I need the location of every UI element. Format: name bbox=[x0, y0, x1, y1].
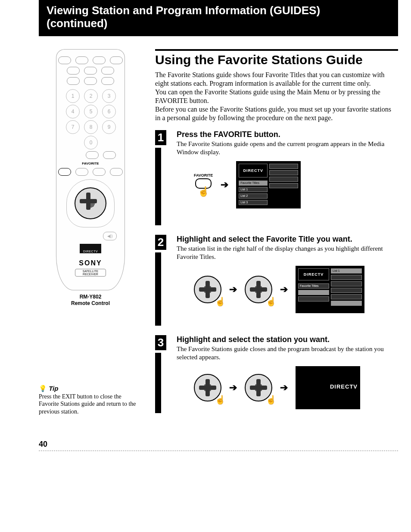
step-desc: The Favorite Stations guide closes and t… bbox=[177, 345, 398, 361]
screen-row bbox=[298, 290, 329, 295]
arrow-right-icon: ➔ bbox=[229, 382, 237, 393]
remote-jump-row bbox=[56, 151, 116, 159]
arrow-right-icon: ➔ bbox=[280, 382, 288, 393]
favorite-label: FAVORITE bbox=[82, 162, 99, 165]
num-3: 3 bbox=[102, 89, 116, 103]
screen-row: List 1 bbox=[331, 268, 362, 274]
remote-mute-btn: ◀)) bbox=[103, 232, 117, 240]
remote-dpad-area bbox=[66, 179, 115, 227]
step-desc: The station list in the right half of th… bbox=[177, 245, 398, 261]
remote-btn bbox=[67, 77, 80, 85]
screen-row bbox=[269, 164, 298, 169]
dpad-select-icon: ☝ bbox=[245, 276, 272, 303]
screen-row: List 3 bbox=[239, 200, 268, 205]
hand-icon: ☝ bbox=[266, 296, 277, 307]
step-desc: The Favorite Stations guide opens and th… bbox=[177, 140, 398, 156]
hand-icon: ☝ bbox=[215, 296, 226, 307]
remote-btn bbox=[67, 67, 80, 75]
remote-sat-receiver-label: SATELLITE RECEIVER bbox=[75, 269, 106, 277]
screen-logo: DIRECTV bbox=[239, 164, 268, 177]
hand-icon: ☝ bbox=[215, 395, 226, 405]
remote-top-row bbox=[56, 67, 125, 75]
screen-row bbox=[269, 177, 298, 182]
screen-row bbox=[298, 296, 329, 302]
num-4: 4 bbox=[66, 105, 80, 118]
remote-btn bbox=[75, 168, 88, 176]
num-5: 5 bbox=[84, 105, 98, 118]
screen-logo: DIRECTV bbox=[330, 383, 358, 390]
lightbulb-icon: 💡 bbox=[39, 385, 47, 392]
screen-row bbox=[331, 294, 362, 299]
remote-model: RM-Y802 bbox=[54, 294, 127, 301]
num-0: 0 bbox=[84, 136, 98, 149]
remote-btn bbox=[110, 168, 123, 176]
step-3: 3 Highlight and select the station you w… bbox=[155, 335, 398, 413]
hand-press-icon: ☝ bbox=[198, 187, 209, 196]
screen-logo: DIRECTV bbox=[298, 268, 329, 280]
remote-caption: RM-Y802 Remote Control bbox=[54, 294, 127, 307]
num-7: 7 bbox=[66, 120, 80, 134]
num-6: 6 bbox=[102, 105, 116, 118]
tv-screen-step2: DIRECTV Favorite Titles List 1 bbox=[296, 266, 364, 313]
remote-sony-label: SONY bbox=[56, 259, 125, 267]
tip-box: 💡 Tip Press the EXIT button to close the… bbox=[39, 385, 142, 415]
intro-text: The Favorite Stations guide shows four F… bbox=[155, 71, 398, 122]
step-bar bbox=[155, 353, 161, 413]
remote-btn bbox=[93, 168, 106, 176]
remote-favorite-btn bbox=[58, 168, 71, 176]
screen-row bbox=[331, 275, 362, 280]
section-heading: Using the Favorite Stations Guide bbox=[155, 53, 398, 67]
screen-row: List 2 bbox=[239, 193, 268, 199]
screen-row: List 1 bbox=[239, 187, 268, 192]
step-number: 3 bbox=[155, 335, 166, 350]
step-1-illustration: FAVORITE ☝ ➔ DIRECTV Favorite Titles Lis… bbox=[194, 161, 398, 208]
step-2: 2 Highlight and select the Favorite Titl… bbox=[155, 235, 398, 326]
screen-row bbox=[269, 170, 298, 175]
remote-btn bbox=[101, 77, 114, 85]
remote-favorite-row: FAVORITE bbox=[56, 162, 125, 165]
arrow-right-icon: ➔ bbox=[280, 284, 288, 295]
section-rule bbox=[155, 49, 398, 51]
step-number: 2 bbox=[155, 235, 166, 250]
screen-row bbox=[331, 288, 362, 293]
step-3-illustration: ☝ ➔ ☝ ➔ DIRECTV bbox=[194, 366, 398, 409]
remote-btn bbox=[86, 151, 99, 159]
step-number: 1 bbox=[155, 130, 166, 145]
step-title: Highlight and select the station you wan… bbox=[177, 335, 398, 344]
step-title: Press the FAVORITE button. bbox=[177, 130, 398, 139]
arrow-right-icon: ➔ bbox=[221, 179, 228, 190]
page-footer-rule bbox=[39, 451, 398, 451]
remote-btn bbox=[75, 56, 88, 64]
dpad-navigate-icon: ☝ bbox=[194, 276, 221, 303]
remote-figure: 1 2 3 4 5 6 7 8 9 0 bbox=[54, 49, 127, 307]
step-1: 1 Press the FAVORITE button. The Favorit… bbox=[155, 130, 398, 225]
dpad-select-icon: ☝ bbox=[245, 374, 272, 401]
screen-row bbox=[269, 183, 298, 188]
remote-top-row bbox=[56, 56, 125, 64]
favorite-button-label: FAVORITE bbox=[194, 173, 213, 177]
remote-btn bbox=[101, 67, 114, 75]
tip-heading: 💡 Tip bbox=[39, 385, 142, 393]
remote-numpad: 1 2 3 4 5 6 7 8 9 0 bbox=[56, 89, 125, 149]
num-2: 2 bbox=[84, 89, 98, 103]
dpad-navigate-icon: ☝ bbox=[194, 374, 221, 401]
banner-line-2: (continued) bbox=[47, 17, 398, 30]
remote-btn bbox=[93, 56, 106, 64]
screen-row: Favorite Titles bbox=[298, 283, 329, 289]
tip-heading-text: Tip bbox=[49, 385, 58, 392]
tip-body: Press the EXIT button to close the Favor… bbox=[39, 393, 142, 416]
remote-btn bbox=[84, 77, 97, 85]
arrow-right-icon: ➔ bbox=[229, 284, 237, 295]
remote-btn bbox=[110, 56, 123, 64]
num-9: 9 bbox=[102, 120, 116, 134]
remote-btn bbox=[103, 151, 116, 159]
remote-btn bbox=[84, 67, 97, 75]
banner-line-1: Viewing Station and Program Information … bbox=[47, 4, 398, 17]
remote-top-row bbox=[56, 77, 125, 85]
remote-btn bbox=[58, 56, 71, 64]
hand-icon: ☝ bbox=[266, 395, 277, 405]
remote-caption-text: Remote Control bbox=[54, 300, 127, 307]
screen-row bbox=[331, 281, 362, 286]
step-title: Highlight and select the Favorite Title … bbox=[177, 235, 398, 244]
num-8: 8 bbox=[84, 120, 98, 134]
